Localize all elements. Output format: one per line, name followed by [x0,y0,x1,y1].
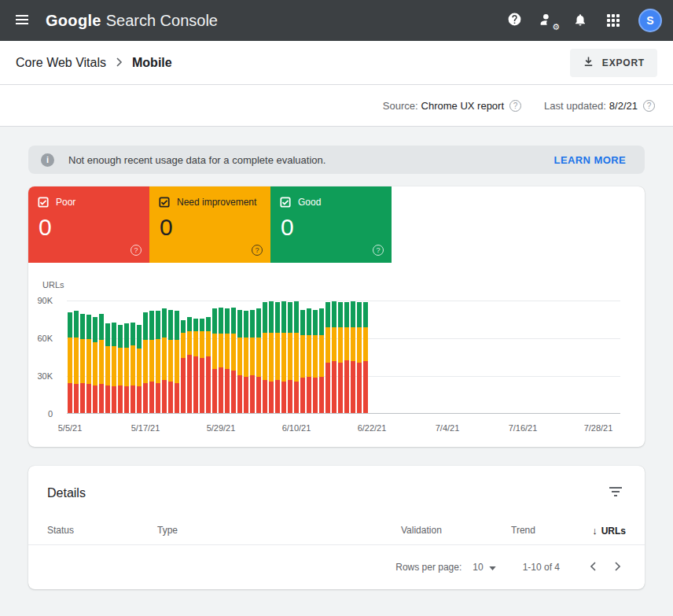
export-button[interactable]: EXPORT [570,49,657,77]
app-logo[interactable]: Google Search Console [46,12,218,30]
rows-per-page-select[interactable]: 10 [473,562,495,573]
bar-segment-need-improvement [363,327,368,361]
chart-bar[interactable] [307,308,311,413]
chart-bar[interactable] [105,323,110,413]
chart-bar[interactable] [175,311,179,413]
chart-bar[interactable] [80,314,85,413]
chart-bar[interactable] [363,302,368,413]
help-icon[interactable]: ? [509,100,521,112]
chart-bar[interactable] [319,308,324,413]
bar-segment-need-improvement [351,327,355,361]
chart-bar[interactable] [357,302,362,413]
chart-bar[interactable] [300,310,305,413]
chevron-right-icon [116,56,123,70]
chart-bar[interactable] [200,319,204,413]
menu-button[interactable] [6,5,38,36]
chart-bar[interactable] [181,320,186,413]
column-header-urls[interactable]: ↓ URLs [592,525,626,537]
tile-poor[interactable]: Poor 0 ? [28,186,149,263]
account-settings-button[interactable]: ⚙ [531,5,563,36]
bar-segment-poor [156,383,160,413]
chart-bar[interactable] [325,302,330,413]
x-axis-tick: 6/22/21 [358,423,387,433]
chart-bar[interactable] [231,308,236,413]
column-header-validation[interactable]: Validation [401,525,442,536]
google-apps-button[interactable] [598,5,629,36]
chart-bar[interactable] [288,302,292,413]
chart-bar[interactable] [256,308,261,413]
column-header-status[interactable]: Status [47,525,74,536]
previous-page-button[interactable] [580,557,605,578]
chart-bar[interactable] [162,308,167,413]
chart-bar[interactable] [156,311,160,413]
next-page-button[interactable] [605,557,631,578]
chart-bar[interactable] [112,323,116,413]
tile-label: Good [298,197,321,208]
bar-segment-good [332,301,336,328]
chart-bar[interactable] [250,310,255,413]
chart-bar[interactable] [281,301,286,413]
chart-bar[interactable] [93,317,97,413]
chart-bar[interactable] [275,302,280,413]
chart-bar[interactable] [143,312,148,413]
chart-bar[interactable] [338,302,343,413]
chart-bar[interactable] [212,308,217,413]
bar-segment-good [294,301,299,333]
chart-bar[interactable] [344,302,349,413]
bar-segment-good [357,302,362,327]
bar-segment-need-improvement [162,338,167,380]
bar-segment-need-improvement [149,340,154,382]
chart-bar[interactable] [237,310,242,413]
help-icon[interactable]: ? [643,100,655,112]
learn-more-link[interactable]: LEARN MORE [554,154,626,166]
chart-bar[interactable] [137,325,142,413]
help-button[interactable] [498,5,530,36]
chart-bar[interactable] [86,315,91,413]
bar-segment-poor [80,383,85,413]
help-icon[interactable]: ? [131,245,142,256]
chart-bar[interactable] [219,308,223,413]
bar-segment-need-improvement [112,346,116,386]
checkbox-checked-icon[interactable] [159,197,170,208]
bar-segment-need-improvement [256,338,261,377]
bar-segment-need-improvement [275,333,280,381]
bar-segment-good [105,323,110,346]
breadcrumb-section[interactable]: Core Web Vitals [16,56,106,70]
x-axis-tick: 7/16/21 [509,423,538,433]
checkbox-checked-icon[interactable] [280,197,291,208]
column-header-type[interactable]: Type [157,525,178,536]
notifications-button[interactable] [565,5,596,36]
chart-bar[interactable] [193,319,198,413]
bar-segment-poor [68,383,72,413]
chart-bar[interactable] [351,301,355,413]
chart-bar[interactable] [131,323,135,413]
chart-bar[interactable] [269,301,274,413]
tile-good[interactable]: Good 0 ? [270,186,392,263]
column-header-trend[interactable]: Trend [511,525,535,536]
filter-button[interactable] [605,483,626,503]
bar-segment-need-improvement [86,339,91,385]
chart-bar[interactable] [332,301,336,413]
chart-bar[interactable] [244,311,248,413]
chart-bar[interactable] [206,317,211,413]
chart-bar[interactable] [263,302,267,413]
chart-bar[interactable] [99,314,104,413]
tile-need-improvement[interactable]: Need improvement 0 ? [149,186,270,263]
help-icon[interactable]: ? [252,245,263,256]
chart-bar[interactable] [313,310,318,413]
bar-segment-poor [131,385,135,413]
bar-segment-good [181,320,186,333]
avatar[interactable]: S [638,9,662,32]
checkbox-checked-icon[interactable] [38,197,49,208]
chart-bar[interactable] [68,312,72,413]
help-icon[interactable]: ? [373,245,384,256]
help-icon [507,12,522,29]
chart-bar[interactable] [225,308,230,413]
chart-bar[interactable] [294,301,299,413]
chart-bar[interactable] [187,317,192,413]
chart-bar[interactable] [74,311,79,413]
chart-bar[interactable] [149,311,154,413]
chart-bar[interactable] [124,323,129,413]
chart-bar[interactable] [168,310,173,413]
chart-bar[interactable] [118,325,123,413]
